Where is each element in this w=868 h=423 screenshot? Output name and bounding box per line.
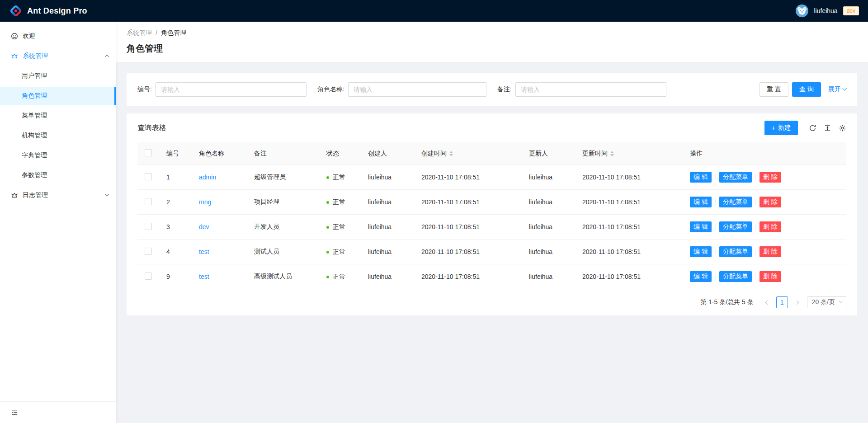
column-header-remark: 备注: [250, 142, 323, 165]
avatar-image: [796, 5, 808, 17]
delete-button[interactable]: 删 除: [760, 197, 781, 207]
delete-button[interactable]: 删 除: [760, 271, 781, 282]
cell-status: 正常: [323, 264, 364, 289]
new-button[interactable]: + 新建: [764, 121, 798, 135]
chevron-up-icon: [105, 54, 109, 59]
edit-button[interactable]: 编 辑: [690, 246, 712, 257]
edit-button[interactable]: 编 辑: [690, 221, 712, 232]
sidebar-item-dict-mgmt[interactable]: 字典管理: [0, 146, 116, 164]
sorter-icon: [610, 151, 614, 156]
row-checkbox[interactable]: [145, 223, 152, 230]
action-divider: [755, 199, 756, 205]
env-tag[interactable]: dev: [843, 6, 859, 15]
cell-actions: 编 辑分配菜单删 除: [686, 240, 846, 264]
sidebar-item-role-mgmt[interactable]: 角色管理: [0, 87, 116, 105]
avatar[interactable]: [796, 5, 808, 17]
chevron-down-icon: [843, 86, 847, 90]
row-checkbox[interactable]: [145, 173, 152, 180]
role-name-link[interactable]: test: [199, 273, 209, 280]
sidebar-item-welcome[interactable]: 欢迎: [0, 27, 116, 45]
assign-menu-button[interactable]: 分配菜单: [719, 246, 752, 257]
sort-create-time[interactable]: 创建时间: [421, 150, 453, 158]
column-header-status: 状态: [323, 142, 364, 165]
setting-icon[interactable]: [839, 124, 846, 132]
sort-update-time[interactable]: 更新时间: [582, 150, 614, 158]
role-name-input[interactable]: [348, 82, 486, 97]
id-input[interactable]: [156, 82, 307, 97]
edit-button[interactable]: 编 辑: [690, 197, 712, 207]
breadcrumb-parent[interactable]: 系统管理: [127, 29, 152, 37]
action-divider: [755, 224, 756, 230]
cell-role-name: admin: [195, 165, 250, 190]
sorter-icon: [449, 151, 453, 156]
role-name-link[interactable]: test: [199, 248, 209, 255]
action-divider: [715, 174, 716, 180]
role-name-link[interactable]: admin: [199, 174, 216, 181]
table-row: 4test测试人员正常liufeihua2020-11-10 17:08:51l…: [137, 240, 846, 264]
action-divider: [755, 273, 756, 280]
sidebar-submenu-logs[interactable]: 日志管理: [0, 186, 116, 204]
plus-icon: +: [772, 125, 775, 131]
username[interactable]: liufeihua: [814, 7, 837, 14]
sidebar-submenu-system[interactable]: 系统管理: [0, 47, 116, 65]
cell-role-name: mng: [195, 190, 250, 215]
row-checkbox[interactable]: [145, 248, 152, 255]
select-all-checkbox[interactable]: [145, 149, 152, 156]
assign-menu-button[interactable]: 分配菜单: [719, 172, 752, 183]
row-checkbox[interactable]: [145, 198, 152, 205]
delete-button[interactable]: 删 除: [760, 172, 781, 183]
table-header-row: 编号 角色名称 备注 状态 创建人 创建时间: [137, 142, 846, 165]
role-name-link[interactable]: dev: [199, 223, 209, 230]
reset-button[interactable]: 重 置: [760, 82, 788, 97]
search-field-remark: 备注:: [497, 82, 666, 97]
app-logo[interactable]: Ant Design Pro: [9, 4, 87, 18]
status-label: 正常: [333, 273, 345, 281]
assign-menu-button[interactable]: 分配菜单: [719, 271, 752, 282]
cell-updater: liufeihua: [525, 165, 579, 190]
status-dot: [326, 201, 329, 204]
assign-menu-button[interactable]: 分配菜单: [719, 197, 752, 207]
cell-status: 正常: [323, 165, 364, 190]
remark-input[interactable]: [515, 82, 666, 97]
table-row: 3dev开发人员正常liufeihua2020-11-10 17:08:51li…: [137, 215, 846, 240]
sidebar-item-user-mgmt[interactable]: 用户管理: [0, 67, 116, 85]
app-header: Ant Design Pro liufeihua dev: [0, 0, 868, 22]
sidebar-item-menu-mgmt[interactable]: 菜单管理: [0, 107, 116, 125]
status-label: 正常: [333, 174, 345, 182]
pagination-page-1[interactable]: 1: [776, 296, 788, 308]
page-size-select[interactable]: 20 条/页: [807, 296, 846, 308]
status-badge: 正常: [326, 248, 345, 256]
cell-create-time: 2020-11-10 17:08:51: [418, 190, 525, 215]
sidebar-item-param-mgmt[interactable]: 参数管理: [0, 166, 116, 184]
sidebar: 欢迎 系统管理 用户管理 角色管理 菜单管理 机构管: [0, 22, 116, 423]
table-card: 查询表格 + 新建: [127, 113, 857, 315]
delete-button[interactable]: 删 除: [760, 221, 781, 232]
row-checkbox[interactable]: [145, 273, 152, 280]
action-divider: [715, 249, 716, 255]
status-badge: 正常: [326, 223, 345, 231]
edit-button[interactable]: 编 辑: [690, 172, 712, 183]
pagination-prev-button[interactable]: [761, 296, 773, 308]
sidebar-collapse-trigger[interactable]: [0, 401, 116, 423]
cell-update-time: 2020-11-10 17:08:51: [579, 215, 686, 240]
cell-creator: liufeihua: [364, 190, 418, 215]
cell-creator: liufeihua: [364, 264, 418, 289]
action-divider: [715, 224, 716, 230]
row-checkbox-cell: [137, 240, 163, 264]
delete-button[interactable]: 删 除: [760, 246, 781, 257]
cell-updater: liufeihua: [525, 264, 579, 289]
expand-toggle[interactable]: 展开: [828, 85, 846, 94]
table-body: 1admin超级管理员正常liufeihua2020-11-10 17:08:5…: [137, 165, 846, 289]
column-height-icon[interactable]: [824, 124, 831, 132]
edit-button[interactable]: 编 辑: [690, 271, 712, 282]
cell-actions: 编 辑分配菜单删 除: [686, 264, 846, 289]
cell-creator: liufeihua: [364, 240, 418, 264]
cell-actions: 编 辑分配菜单删 除: [686, 190, 846, 215]
query-button[interactable]: 查 询: [792, 82, 821, 97]
cell-id: 2: [163, 190, 195, 215]
reload-icon[interactable]: [809, 124, 816, 132]
assign-menu-button[interactable]: 分配菜单: [719, 221, 752, 232]
pagination-next-button[interactable]: [792, 296, 803, 308]
role-name-link[interactable]: mng: [199, 198, 211, 206]
sidebar-item-org-mgmt[interactable]: 机构管理: [0, 127, 116, 145]
